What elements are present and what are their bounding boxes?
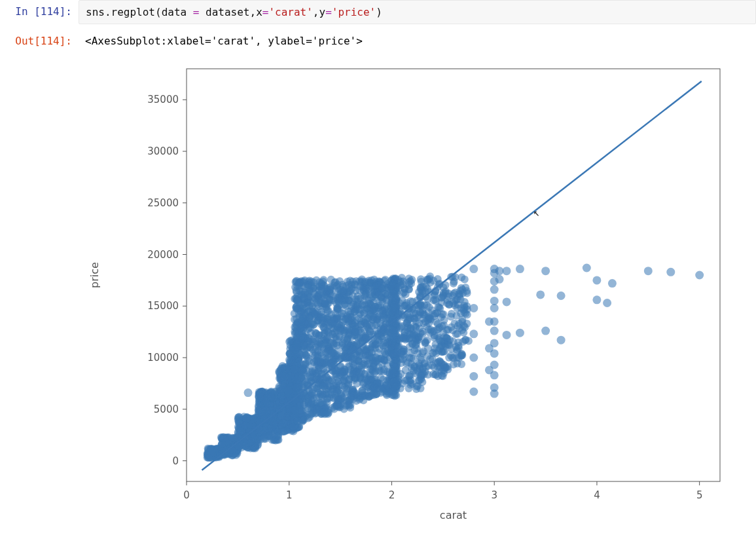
svg-point-1126: [278, 412, 285, 420]
svg-point-3461: [592, 276, 601, 284]
svg-point-3462: [592, 295, 601, 304]
svg-point-3111: [407, 354, 415, 362]
svg-point-3421: [454, 322, 461, 330]
svg-point-3430: [469, 388, 478, 396]
svg-point-3401: [463, 320, 471, 328]
svg-point-3444: [490, 361, 499, 369]
svg-point-3297: [429, 349, 437, 357]
output-cell: Out[114]: <AxesSubplot:xlabel='carat', y…: [0, 29, 756, 52]
svg-point-2229: [333, 380, 340, 388]
svg-point-1924: [314, 351, 322, 359]
svg-point-1112: [278, 392, 285, 400]
svg-point-3445: [490, 371, 499, 379]
svg-point-3453: [516, 265, 524, 273]
svg-point-2737: [368, 322, 376, 330]
svg-point-1633: [293, 383, 301, 391]
svg-point-868: [261, 435, 268, 443]
svg-point-1947: [313, 405, 321, 413]
svg-point-3411: [447, 313, 455, 321]
svg-point-587: [243, 415, 251, 422]
code-token: ,: [313, 6, 319, 18]
svg-point-3408: [461, 276, 469, 284]
svg-point-1949: [310, 358, 317, 366]
svg-point-3413: [456, 292, 463, 300]
svg-point-3419: [458, 360, 465, 368]
svg-point-2216: [340, 287, 348, 295]
svg-point-1640: [300, 293, 308, 301]
code-token: ,: [250, 6, 257, 18]
svg-point-3305: [431, 296, 439, 304]
svg-point-1926: [306, 373, 314, 381]
svg-point-2483: [358, 386, 366, 394]
svg-point-3464: [608, 279, 617, 288]
svg-point-3165: [406, 379, 414, 386]
svg-point-3427: [469, 329, 478, 338]
code-token: ): [376, 6, 382, 18]
svg-point-2177: [329, 324, 336, 331]
svg-point-3420: [459, 338, 467, 346]
code-token: x: [256, 6, 262, 18]
chart-output: 0123450500010000150002000025000300003500…: [72, 59, 756, 531]
svg-point-3415: [445, 301, 453, 309]
svg-point-2204: [338, 297, 346, 305]
svg-text:1: 1: [286, 489, 293, 501]
svg-point-2447: [349, 278, 357, 286]
code-token: regplot: [111, 6, 155, 18]
svg-point-2190: [329, 349, 336, 357]
svg-point-2706: [380, 356, 388, 364]
svg-point-3308: [427, 316, 435, 324]
svg-point-1648: [298, 335, 306, 343]
svg-point-3450: [503, 267, 511, 275]
svg-point-3459: [557, 336, 566, 345]
svg-point-1925: [316, 343, 324, 351]
code-token: 'carat': [268, 6, 312, 18]
code-token: 'price': [332, 6, 376, 18]
svg-point-3437: [490, 286, 499, 294]
svg-point-3256: [419, 328, 427, 335]
svg-point-857: [256, 390, 264, 398]
in-prompt: In [114]:: [0, 0, 79, 23]
svg-point-3426: [469, 304, 478, 312]
svg-point-3428: [469, 354, 478, 362]
svg-point-3330: [420, 347, 427, 355]
svg-text:5: 5: [696, 489, 703, 501]
svg-point-3455: [536, 290, 545, 299]
svg-text:3: 3: [491, 489, 497, 501]
svg-point-3460: [583, 264, 591, 272]
svg-point-3162: [410, 331, 418, 339]
svg-point-150: [205, 454, 213, 462]
svg-text:20000: 20000: [147, 249, 179, 261]
code-token: =: [325, 6, 332, 18]
svg-point-2731: [376, 281, 384, 289]
input-cell: In [114]: sns.regplot(data = dataset,x='…: [0, 0, 756, 24]
svg-point-3454: [516, 329, 524, 337]
svg-text:4: 4: [594, 489, 600, 501]
svg-point-3451: [503, 297, 511, 306]
svg-point-1944: [318, 390, 326, 398]
svg-point-1636: [297, 320, 304, 328]
svg-point-3457: [541, 327, 550, 335]
svg-point-2222: [336, 333, 344, 341]
code-token: =: [187, 6, 206, 18]
svg-point-3465: [644, 267, 653, 275]
svg-point-3325: [419, 364, 427, 372]
svg-point-2181: [336, 277, 344, 285]
svg-point-2477: [347, 391, 355, 399]
svg-point-3327: [431, 331, 439, 339]
svg-point-3425: [469, 265, 478, 273]
svg-point-2474: [348, 313, 356, 321]
svg-point-3319: [436, 345, 444, 352]
code-token: sns: [86, 6, 105, 18]
svg-point-3170: [407, 371, 415, 379]
svg-point-3372: [447, 324, 455, 331]
svg-point-2491: [356, 282, 364, 290]
svg-point-2482: [355, 295, 363, 303]
svg-point-1651: [291, 310, 298, 318]
svg-point-3447: [490, 390, 499, 398]
svg-point-1939: [317, 310, 325, 318]
svg-point-2193: [346, 404, 354, 412]
svg-point-1646: [296, 406, 304, 414]
svg-point-2220: [333, 305, 341, 312]
code-input[interactable]: sns.regplot(data = dataset,x='carat',y='…: [79, 0, 756, 24]
svg-point-3439: [490, 304, 499, 312]
